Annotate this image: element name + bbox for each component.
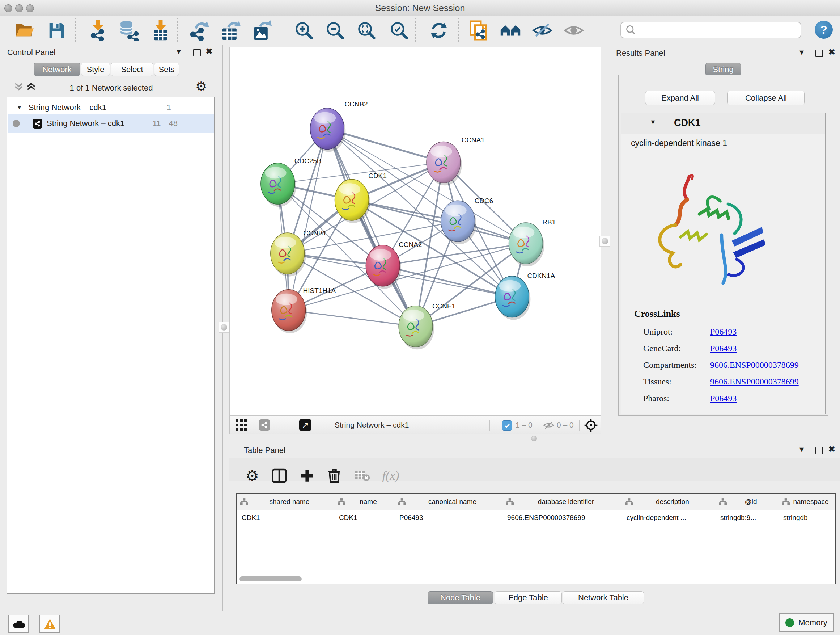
column-header[interactable]: description xyxy=(622,494,715,510)
svg-text:CCNA2: CCNA2 xyxy=(399,241,422,249)
table-settings-gear-icon[interactable]: ⚙ xyxy=(242,466,262,486)
tab-string[interactable]: String xyxy=(706,63,741,76)
collapse-all-button[interactable]: Collapse All xyxy=(728,90,805,105)
refresh-layout-icon[interactable] xyxy=(427,19,450,42)
crosslink-tissues-link[interactable]: 9606.ENSP00000378699 xyxy=(710,377,799,386)
save-session-icon[interactable] xyxy=(45,19,68,42)
memory-button[interactable]: Memory xyxy=(779,613,834,632)
zoom-out-icon[interactable] xyxy=(324,19,347,42)
column-header[interactable]: canonical name xyxy=(394,494,502,510)
shared-column-icon xyxy=(240,498,248,505)
shared-column-icon xyxy=(719,498,727,505)
crosslink-compartments-link[interactable]: 9606.ENSP00000378699 xyxy=(710,360,799,370)
add-column-icon[interactable] xyxy=(297,466,317,486)
show-all-icon[interactable] xyxy=(562,19,585,42)
maximize-panel-icon[interactable] xyxy=(815,447,823,454)
import-table-icon[interactable] xyxy=(149,19,172,42)
column-header[interactable]: name xyxy=(334,494,394,510)
horizontal-splitter-handle[interactable] xyxy=(531,435,537,441)
network-list: ▼ String Network – cdk1 1 String Network… xyxy=(7,97,215,594)
search-input[interactable] xyxy=(639,25,801,35)
crosslink-label: GeneCard: xyxy=(643,344,681,353)
tab-edge-table[interactable]: Edge Table xyxy=(494,591,562,604)
cloud-status-button[interactable] xyxy=(8,615,29,633)
export-image-icon[interactable] xyxy=(250,19,273,42)
network-node-RB1: RB1 xyxy=(508,218,556,266)
show-columns-icon[interactable] xyxy=(269,466,289,486)
left-splitter-handle[interactable] xyxy=(218,322,229,333)
function-builder-icon[interactable]: f(x) xyxy=(381,466,401,486)
crosslink-label: Tissues: xyxy=(643,377,671,386)
float-panel-icon[interactable]: ▾ xyxy=(799,49,804,56)
svg-text:CDK1: CDK1 xyxy=(368,172,387,180)
tab-network-table[interactable]: Network Table xyxy=(562,591,644,604)
network-node-HIST1H1A: HIST1H1A xyxy=(272,287,336,333)
birds-eye-view-icon[interactable] xyxy=(584,418,598,433)
zoom-fit-icon[interactable] xyxy=(355,19,378,42)
maximize-panel-icon[interactable] xyxy=(815,50,823,57)
search-icon xyxy=(625,25,636,35)
protein-card: ▼ CDK1 cyclin-dependent kinase 1 xyxy=(621,112,826,414)
help-icon[interactable]: ? xyxy=(815,21,833,39)
close-panel-icon[interactable]: ✖ xyxy=(205,48,213,55)
export-table-icon[interactable] xyxy=(219,19,242,42)
detach-view-icon[interactable]: ↗ xyxy=(299,419,311,431)
column-header[interactable]: @id xyxy=(715,494,778,510)
expander-icon[interactable]: ▼ xyxy=(650,119,656,126)
crosslink-uniprot-link[interactable]: P06493 xyxy=(710,327,737,337)
selected-checkbox-icon[interactable] xyxy=(502,420,512,431)
tab-style[interactable]: Style xyxy=(81,63,110,76)
network-options-gear-icon[interactable]: ⚙ xyxy=(195,79,207,94)
close-panel-icon[interactable]: ✖ xyxy=(828,49,835,56)
network-name: String Network – cdk1 xyxy=(47,119,125,128)
network-node-CCNE1: CCNE1 xyxy=(399,302,455,350)
toolbar-search xyxy=(621,22,801,38)
delete-table-icon[interactable] xyxy=(352,466,372,486)
expander-icon[interactable]: ▼ xyxy=(16,104,22,111)
protein-card-header[interactable]: ▼ CDK1 xyxy=(621,113,825,134)
svg-text:CCNE1: CCNE1 xyxy=(432,302,455,310)
network-node-CDK1: CDK1 xyxy=(335,172,386,223)
maximize-panel-icon[interactable] xyxy=(193,49,201,57)
column-header[interactable]: database identifier xyxy=(502,494,622,510)
column-header[interactable]: shared name xyxy=(237,494,334,510)
import-network-icon[interactable] xyxy=(87,19,110,42)
float-panel-icon[interactable]: ▾ xyxy=(799,446,804,453)
expand-all-button[interactable]: Expand All xyxy=(645,90,715,105)
table-row[interactable]: CDK1 CDK1 P06493 9606.ENSP00000378699 cy… xyxy=(237,510,835,525)
right-splitter-handle[interactable] xyxy=(600,236,610,247)
shared-column-icon xyxy=(625,498,633,505)
delete-column-icon[interactable] xyxy=(324,466,344,486)
network-node-CCNB2: CCNB2 xyxy=(310,100,368,152)
tab-select[interactable]: Select xyxy=(111,63,153,76)
tab-network[interactable]: Network xyxy=(34,63,80,76)
network-graph[interactable]: CCNB2CCNA1CDC25BCDK1CDC6RB1CCNB1CCNA2CDK… xyxy=(229,47,601,416)
duplicate-network-icon[interactable] xyxy=(467,19,490,42)
export-network-icon[interactable] xyxy=(187,19,210,42)
horizontal-scrollbar[interactable] xyxy=(240,576,302,581)
float-panel-icon[interactable]: ▾ xyxy=(177,48,181,55)
zoom-in-icon[interactable] xyxy=(292,19,316,42)
import-network-from-database-icon[interactable] xyxy=(117,19,140,42)
warnings-button[interactable] xyxy=(39,615,60,633)
toolbar-separator xyxy=(458,19,459,42)
network-collection-row[interactable]: ▼ String Network – cdk1 1 xyxy=(8,101,214,114)
close-panel-icon[interactable]: ✖ xyxy=(828,446,835,453)
network-node-CCNB1: CCNB1 xyxy=(271,229,327,277)
network-row[interactable]: String Network – cdk1 11 48 xyxy=(8,114,214,133)
zoom-selected-icon[interactable] xyxy=(387,19,411,42)
open-session-icon[interactable] xyxy=(13,19,36,42)
column-header[interactable]: namespace xyxy=(778,494,835,510)
shared-column-icon xyxy=(338,498,346,505)
crosslink-genecard-link[interactable]: P06493 xyxy=(710,344,737,353)
network-thumbnail-icon[interactable] xyxy=(259,419,270,431)
collection-count: 1 xyxy=(167,103,171,112)
tab-node-table[interactable]: Node Table xyxy=(428,591,493,604)
protein-name: CDK1 xyxy=(674,117,701,128)
grid-view-icon[interactable] xyxy=(235,419,247,432)
shared-column-icon xyxy=(782,498,790,505)
crosslink-pharos-link[interactable]: P06493 xyxy=(710,394,737,403)
tab-sets[interactable]: Sets xyxy=(154,63,179,76)
first-neighbors-icon[interactable] xyxy=(499,19,522,42)
hide-selected-icon[interactable] xyxy=(531,19,554,42)
